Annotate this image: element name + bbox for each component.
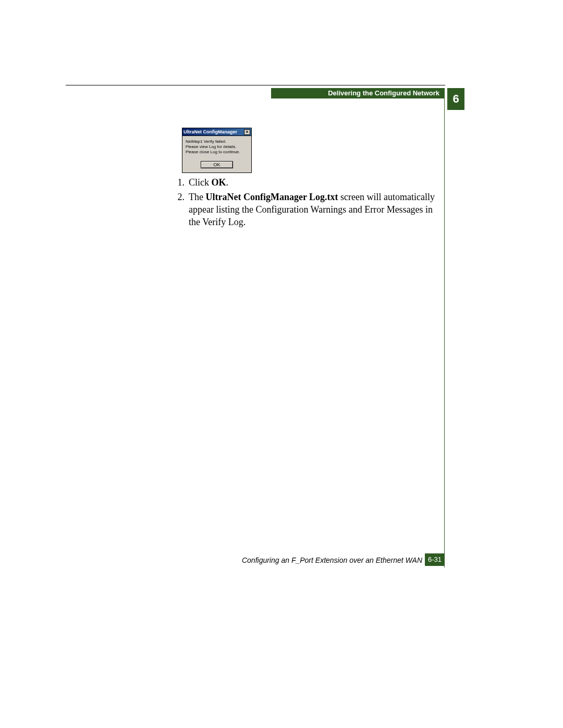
footer-page-number-text: 6-31 bbox=[428, 556, 442, 563]
dialog-message-line: Please close Log to continue. bbox=[186, 150, 248, 155]
dialog-message-line: Please view Log for details. bbox=[186, 144, 248, 150]
list-item: 2. The UltraNet ConfigManager Log.txt sc… bbox=[172, 191, 438, 228]
dialog-window: UltraNet ConfigManager × NetMap1 Verify … bbox=[182, 128, 252, 173]
dialog-title: UltraNet ConfigManager bbox=[183, 129, 244, 134]
top-rule bbox=[66, 85, 445, 85]
close-icon[interactable]: × bbox=[244, 129, 250, 135]
chapter-number: 6 bbox=[452, 92, 459, 105]
list-item: 1. Click OK. bbox=[172, 176, 438, 189]
section-header: Delivering the Configured Network bbox=[271, 88, 445, 98]
close-glyph: × bbox=[246, 130, 248, 134]
dialog-body: NetMap1 Verify failed. Please view Log f… bbox=[182, 136, 251, 172]
dialog-titlebar: UltraNet ConfigManager × bbox=[182, 128, 251, 136]
vertical-divider bbox=[444, 88, 445, 567]
chapter-tab: 6 bbox=[447, 88, 464, 110]
step-text-bold: UltraNet ConfigManager Log.txt bbox=[205, 192, 338, 202]
step-text-part: . bbox=[226, 177, 229, 188]
step-text-part: Click bbox=[189, 177, 212, 188]
dialog-message-line: NetMap1 Verify failed. bbox=[186, 139, 248, 144]
page: Delivering the Configured Network 6 Ultr… bbox=[0, 0, 563, 728]
dialog-message: NetMap1 Verify failed. Please view Log f… bbox=[186, 139, 248, 155]
step-text-bold: OK bbox=[212, 177, 226, 188]
footer-doc-title-text: Configuring an F_Port Extension over an … bbox=[242, 556, 422, 564]
steps-list: 1. Click OK. 2. The UltraNet ConfigManag… bbox=[172, 176, 438, 230]
step-text: The UltraNet ConfigManager Log.txt scree… bbox=[189, 191, 438, 228]
ok-button-label: OK bbox=[213, 162, 220, 167]
ok-button[interactable]: OK bbox=[201, 161, 233, 168]
section-header-text: Delivering the Configured Network bbox=[328, 89, 439, 97]
dialog-button-row: OK bbox=[186, 159, 248, 168]
step-text-part: The bbox=[189, 192, 205, 202]
footer-doc-title: Configuring an F_Port Extension over an … bbox=[167, 556, 422, 564]
footer-page-number: 6-31 bbox=[425, 553, 445, 566]
step-text: Click OK. bbox=[189, 176, 438, 189]
step-number: 2. bbox=[172, 191, 189, 228]
step-number: 1. bbox=[172, 176, 189, 189]
